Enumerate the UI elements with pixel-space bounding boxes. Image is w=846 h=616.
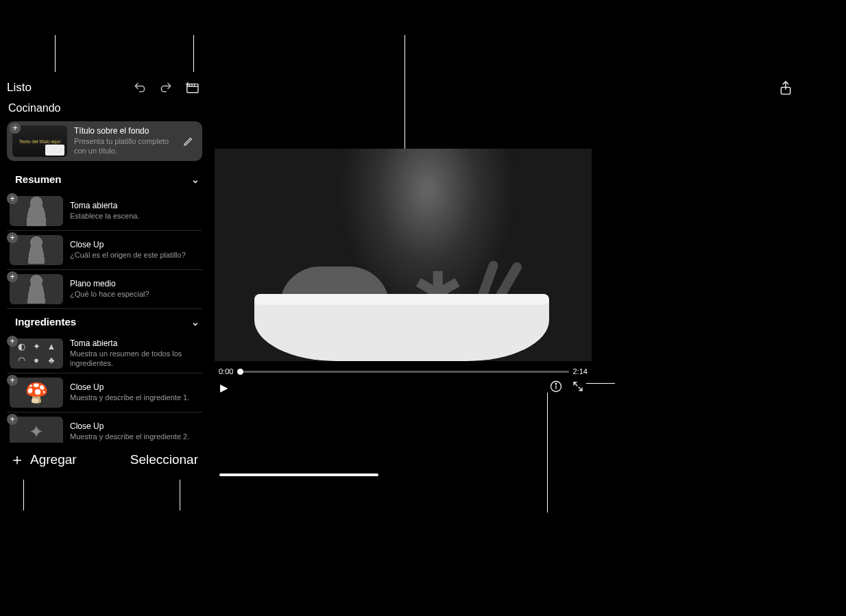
redo-button[interactable] — [156, 77, 176, 98]
shot-row[interactable]: + ◐✦▲ ◠●♣ Toma abierta Muestra un resume… — [7, 334, 202, 373]
shot-list: + Texto del título aquí Título sobre el … — [0, 121, 209, 443]
add-media-badge[interactable]: + — [7, 336, 18, 347]
shot-thumb: + — [10, 196, 63, 226]
shot-thumb: + ◐✦▲ ◠●♣ — [10, 338, 63, 369]
plus-icon: ＋ — [10, 449, 25, 470]
shot-row[interactable]: + Close Up ¿Cuál es el origen de este pl… — [7, 231, 202, 270]
play-button[interactable]: ▶ — [220, 382, 228, 394]
shot-desc: ¿Qué lo hace especial? — [70, 290, 200, 299]
section-label: Ingredientes — [15, 316, 76, 328]
shot-title: Toma abierta — [70, 338, 200, 348]
home-indicator — [219, 473, 378, 476]
shot-desc: ¿Cuál es el origen de este platillo? — [70, 251, 200, 260]
shot-desc: Muestra y describe el ingrediente 1. — [70, 393, 200, 403]
info-button[interactable] — [548, 380, 564, 395]
duration: 2:14 — [573, 367, 588, 375]
timeline[interactable]: 0:00 2:14 — [215, 363, 592, 380]
add-media-badge[interactable]: + — [7, 193, 18, 204]
section-header-resumen[interactable]: Resumen ⌄ — [7, 167, 202, 192]
chevron-down-icon[interactable]: ⌄ — [191, 174, 200, 185]
callout-line — [547, 393, 548, 513]
add-media-badge[interactable]: + — [7, 271, 18, 282]
shot-row[interactable]: + Toma abierta Establece la escena. — [7, 192, 202, 231]
shot-title: Toma abierta — [70, 201, 200, 210]
sidebar-footer: ＋ Agregar Seleccionar — [0, 443, 209, 480]
person-silhouette-icon — [27, 236, 46, 264]
shot-thumb: + — [10, 274, 63, 304]
shot-desc: Muestra y describe el ingrediente 2. — [70, 432, 200, 442]
title-thumb-text: Texto del título aquí — [19, 139, 61, 144]
done-button[interactable]: Listo — [7, 81, 32, 95]
playhead[interactable] — [237, 369, 243, 375]
shot-title: Close Up — [70, 382, 200, 392]
shot-title: Plano medio — [70, 279, 200, 288]
leaf-icon: ✦ — [29, 421, 44, 443]
project-title: Cocinando — [0, 98, 209, 121]
svg-point-10 — [555, 384, 557, 385]
person-silhouette-icon — [25, 196, 48, 226]
person-silhouette-icon — [26, 275, 47, 304]
callout-line — [180, 475, 180, 510]
add-media-badge[interactable]: + — [10, 123, 21, 134]
section-label: Resumen — [15, 173, 62, 185]
sidebar-header: Listo — [0, 72, 209, 98]
undo-button[interactable] — [130, 77, 150, 98]
shot-desc: Establece la escena. — [70, 212, 200, 221]
add-media-badge[interactable]: + — [7, 375, 18, 386]
callout-line — [23, 475, 24, 510]
callout-line — [193, 35, 194, 73]
add-label: Agregar — [30, 452, 77, 467]
bowl-graphic — [254, 299, 549, 361]
title-shot-card[interactable]: + Texto del título aquí Título sobre el … — [7, 121, 202, 161]
svg-rect-0 — [187, 84, 198, 93]
shot-title: Título sobre el fondo — [74, 126, 173, 136]
add-media-badge[interactable]: + — [7, 414, 18, 425]
title-shot-thumb: + Texto del título aquí — [12, 125, 67, 157]
shot-thumb: + ✦ — [10, 417, 63, 443]
player-controls: ▶ — [215, 379, 592, 397]
shot-row[interactable]: + Plano medio ¿Qué lo hace especial? — [7, 270, 202, 309]
shot-desc: Muestra un resumen de todos los ingredie… — [70, 349, 200, 369]
video-preview[interactable]: ✱ — [215, 149, 592, 361]
storyboard-sidebar: Listo Cocinando + Texto del título aquí — [0, 72, 209, 480]
shot-title: Close Up — [70, 421, 200, 431]
add-media-badge[interactable]: + — [7, 232, 18, 243]
add-button[interactable]: ＋ Agregar — [10, 449, 77, 470]
section-header-ingredientes[interactable]: Ingredientes ⌄ — [7, 309, 202, 334]
shot-row[interactable]: + ✦ Close Up Muestra y describe el ingre… — [7, 412, 202, 443]
mushroom-icon: 🍄 — [25, 382, 49, 404]
time-track[interactable] — [237, 371, 568, 373]
preview-viewer: ✱ 0:00 2:14 ▶ — [215, 72, 592, 397]
shot-title: Close Up — [70, 240, 200, 249]
current-time: 0:00 — [219, 367, 233, 375]
edit-shot-button[interactable] — [180, 133, 197, 149]
select-button[interactable]: Seleccionar — [130, 452, 198, 467]
shot-thumb: + — [10, 235, 63, 265]
callout-line — [55, 35, 56, 73]
shot-desc: Presenta tu platillo completo con un tít… — [74, 137, 173, 156]
shot-thumb: + 🍄 — [10, 378, 63, 408]
add-clip-button[interactable] — [182, 77, 202, 98]
fullscreen-button[interactable] — [570, 380, 586, 395]
ingredients-grid-icon: ◐✦▲ ◠●♣ — [14, 341, 58, 367]
share-button[interactable] — [777, 80, 794, 97]
chevron-down-icon[interactable]: ⌄ — [191, 317, 200, 328]
shot-row[interactable]: + 🍄 Close Up Muestra y describe el ingre… — [7, 373, 202, 412]
